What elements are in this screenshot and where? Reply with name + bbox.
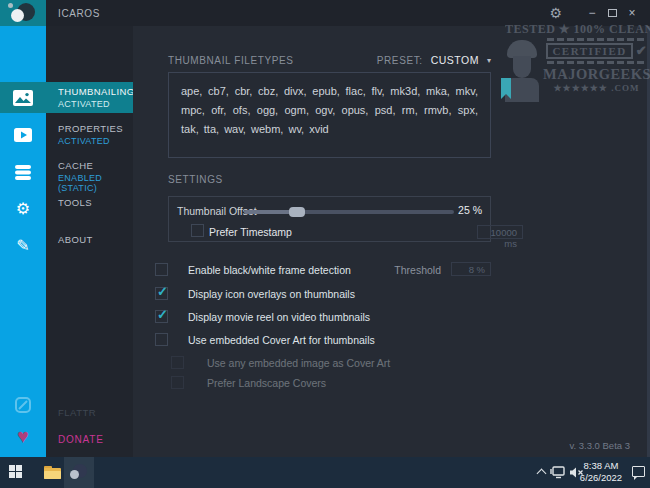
file-explorer-button[interactable] bbox=[44, 466, 61, 479]
checkbox-label: Display icon overlays on thumbnails bbox=[188, 288, 355, 300]
rail-icon-properties[interactable] bbox=[0, 119, 46, 150]
video-icon bbox=[14, 128, 32, 142]
version-label: v. 3.3.0 Beta 3 bbox=[569, 440, 630, 451]
checkbox-row-icon-overlays: ✓ Display icon overlays on thumbnails bbox=[133, 287, 491, 301]
timestamp-input[interactable]: 10000 ms bbox=[477, 225, 523, 239]
checkbox-label: Use embedded Cover Art for thumbnails bbox=[188, 334, 375, 346]
icaros-window: ⚙ ✎ ♥ ICAROS ⚙ − × bbox=[0, 0, 650, 457]
taskbar: 8:38 AM 6/26/2022 bbox=[0, 457, 650, 488]
window-title: ICAROS bbox=[58, 8, 100, 19]
preset-label: PRESET: bbox=[377, 55, 423, 66]
check-icon: ✓ bbox=[157, 284, 168, 299]
logo-circle-small bbox=[11, 9, 24, 22]
icon-overlays-checkbox[interactable]: ✓ bbox=[155, 287, 168, 300]
watermark-tested-line: TESTED ★ 100% CLEAN bbox=[505, 22, 650, 37]
check-icon: ✓ bbox=[157, 307, 168, 322]
prefer-timestamp-label: Prefer Timestamp bbox=[209, 226, 292, 238]
sidebar-item-label: PROPERTIES bbox=[58, 123, 133, 134]
sidebar-item-cache[interactable]: CACHE ENABLED (STATIC) bbox=[46, 156, 133, 187]
settings-header: SETTINGS bbox=[168, 174, 223, 185]
sidebar-item-tools[interactable]: TOOLS bbox=[46, 193, 133, 224]
filetypes-header: THUMBNAIL FILETYPES bbox=[168, 55, 294, 66]
logo-dot bbox=[8, 3, 13, 8]
any-embedded-image-checkbox[interactable]: ✓ bbox=[171, 356, 184, 369]
sidebar-item-properties[interactable]: PROPERTIES ACTIVATED bbox=[46, 119, 133, 150]
majorgeeks-watermark: TESTED ★ 100% CLEAN CERTIFIED ✔ MAJORGEE… bbox=[505, 22, 650, 106]
checkmark-icon: ✔ bbox=[636, 43, 647, 59]
watermark-brand: MAJORGEEKS bbox=[543, 66, 650, 83]
checkbox-label: Enable black/white frame detection bbox=[188, 264, 351, 276]
desktop: ⚙ ✎ ♥ ICAROS ⚙ − × bbox=[0, 0, 650, 488]
rail-icon-about[interactable]: ✎ bbox=[0, 230, 46, 261]
network-icon[interactable] bbox=[550, 466, 566, 479]
start-button[interactable] bbox=[9, 465, 23, 479]
preset-value: CUSTOM bbox=[431, 54, 479, 66]
sidebar-item-status: ENABLED (STATIC) bbox=[58, 173, 133, 193]
watermark-certified: CERTIFIED bbox=[546, 43, 632, 59]
checkbox-label: Display movie reel on video thumbnails bbox=[188, 311, 370, 323]
sidebar-item-status: ACTIVATED bbox=[58, 136, 133, 146]
taskbar-time: 8:38 AM bbox=[575, 460, 627, 472]
offset-slider-handle[interactable] bbox=[289, 207, 305, 217]
stack-icon bbox=[14, 164, 32, 180]
icon-rail: ⚙ ✎ ♥ bbox=[0, 0, 46, 457]
taskbar-date: 6/26/2022 bbox=[575, 472, 627, 484]
rail-items: ⚙ ✎ bbox=[0, 82, 46, 267]
sidebar-item-label: TOOLS bbox=[58, 197, 133, 208]
checkbox-row-movie-reel: ✓ Display movie reel on video thumbnails bbox=[133, 310, 491, 324]
watermark-stars: ★★★★★★ bbox=[554, 83, 608, 93]
landscape-covers-checkbox[interactable]: ✓ bbox=[171, 376, 184, 389]
icaros-logo bbox=[0, 0, 46, 26]
offset-value: 25 % bbox=[458, 204, 482, 216]
sidebar-item-flattr[interactable]: FLATTR bbox=[58, 407, 96, 418]
checkbox-row-any-embedded-image: ✓ Use any embedded image as Cover Art bbox=[133, 356, 491, 370]
checkbox-label: Use any embedded image as Cover Art bbox=[207, 357, 390, 369]
movie-reel-checkbox[interactable]: ✓ bbox=[155, 310, 168, 323]
preset-dropdown[interactable]: PRESET: CUSTOM ▾ bbox=[377, 54, 491, 66]
settings-gear-icon[interactable]: ⚙ bbox=[549, 5, 562, 21]
maximize-icon bbox=[608, 9, 617, 17]
icaros-taskbar-button[interactable] bbox=[64, 457, 94, 488]
rail-icon-thumbnailing[interactable] bbox=[0, 82, 46, 113]
gear-wrench-icon: ⚙ bbox=[16, 201, 30, 217]
rail-icon-tools[interactable]: ⚙ bbox=[0, 193, 46, 224]
taskbar-clock[interactable]: 8:38 AM 6/26/2022 bbox=[575, 460, 627, 484]
offset-slider[interactable] bbox=[244, 210, 454, 214]
prefer-timestamp-row: ✓ Prefer Timestamp 10000 ms bbox=[169, 224, 527, 238]
watermark-dashes bbox=[547, 61, 646, 64]
watermark-com: .COM bbox=[611, 83, 639, 93]
flattr-icon bbox=[14, 396, 32, 414]
pen-icon: ✎ bbox=[16, 238, 29, 254]
rail-icon-flattr[interactable] bbox=[0, 396, 46, 414]
settings-box: Thumbnail Offset 25 % ✓ Prefer Timestamp… bbox=[168, 196, 491, 242]
filetypes-input[interactable]: ape, cb7, cbr, cbz, divx, epub, flac, fl… bbox=[168, 72, 491, 158]
threshold-input[interactable]: 8 % bbox=[451, 262, 491, 276]
checkbox-label: Prefer Landscape Covers bbox=[207, 377, 326, 389]
sidebar-item-thumbnailing[interactable]: THUMBNAILING ACTIVATED bbox=[46, 82, 133, 113]
watermark-dashes bbox=[547, 38, 646, 41]
bw-detection-checkbox[interactable]: ✓ bbox=[155, 263, 168, 276]
cover-art-checkbox[interactable]: ✓ bbox=[155, 333, 168, 346]
rail-icon-cache[interactable] bbox=[0, 156, 46, 187]
checkbox-row-bw-detection: ✓ Enable black/white frame detection Thr… bbox=[133, 263, 491, 277]
sidebar-item-donate[interactable]: DONATE bbox=[58, 434, 104, 445]
tray-chevron-up-icon[interactable] bbox=[537, 469, 547, 479]
sidebar-item-status: ACTIVATED bbox=[58, 99, 133, 109]
threshold-label: Threshold bbox=[394, 264, 441, 276]
checkbox-row-landscape-covers: ✓ Prefer Landscape Covers bbox=[133, 376, 491, 390]
heart-icon[interactable]: ♥ bbox=[0, 426, 46, 446]
sidebar-menu: THUMBNAILING ACTIVATED PROPERTIES ACTIVA… bbox=[46, 26, 133, 457]
sidebar-item-about[interactable]: ABOUT bbox=[46, 230, 133, 261]
prefer-timestamp-checkbox[interactable]: ✓ bbox=[191, 224, 204, 237]
sidebar-item-label: ABOUT bbox=[58, 234, 133, 245]
sidebar-item-label: THUMBNAILING bbox=[58, 86, 133, 97]
image-icon bbox=[13, 90, 33, 106]
action-center-icon[interactable] bbox=[632, 466, 645, 477]
chevron-down-icon: ▾ bbox=[487, 56, 491, 65]
sidebar-item-label: CACHE bbox=[58, 160, 133, 171]
checkbox-row-cover-art: ✓ Use embedded Cover Art for thumbnails bbox=[133, 333, 491, 347]
